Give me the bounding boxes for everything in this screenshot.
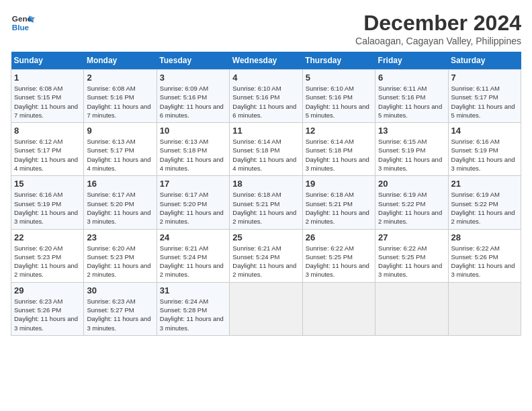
- list-item: 19 Sunrise: 6:18 AMSunset: 5:21 PMDaylig…: [302, 176, 375, 229]
- list-item: 27 Sunrise: 6:22 AMSunset: 5:25 PMDaylig…: [375, 229, 448, 282]
- list-item: 12 Sunrise: 6:14 AMSunset: 5:18 PMDaylig…: [302, 123, 375, 176]
- list-item: 16 Sunrise: 6:17 AMSunset: 5:20 PMDaylig…: [84, 176, 157, 229]
- days-header-row: Sunday Monday Tuesday Wednesday Thursday…: [11, 52, 521, 70]
- list-item: 17 Sunrise: 6:17 AMSunset: 5:20 PMDaylig…: [157, 176, 229, 229]
- header: General Blue December 2024 Calaoagan, Ca…: [11, 11, 521, 46]
- list-item: 8 Sunrise: 6:12 AMSunset: 5:17 PMDayligh…: [11, 123, 84, 176]
- empty-cell: [230, 282, 302, 335]
- list-item: 25 Sunrise: 6:21 AMSunset: 5:24 PMDaylig…: [230, 229, 302, 282]
- list-item: 23 Sunrise: 6:20 AMSunset: 5:23 PMDaylig…: [84, 229, 157, 282]
- list-item: 3 Sunrise: 6:09 AMSunset: 5:16 PMDayligh…: [157, 70, 229, 123]
- list-item: 10 Sunrise: 6:13 AMSunset: 5:18 PMDaylig…: [157, 123, 229, 176]
- list-item: 20 Sunrise: 6:19 AMSunset: 5:22 PMDaylig…: [375, 176, 448, 229]
- header-tuesday: Tuesday: [157, 52, 229, 70]
- empty-cell: [448, 282, 521, 335]
- empty-cell: [302, 282, 375, 335]
- list-item: 22 Sunrise: 6:20 AMSunset: 5:23 PMDaylig…: [11, 229, 84, 282]
- list-item: 2 Sunrise: 6:08 AMSunset: 5:16 PMDayligh…: [84, 70, 157, 123]
- list-item: 31 Sunrise: 6:24 AMSunset: 5:28 PMDaylig…: [157, 282, 229, 335]
- header-friday: Friday: [375, 52, 448, 70]
- list-item: 13 Sunrise: 6:15 AMSunset: 5:19 PMDaylig…: [375, 123, 448, 176]
- header-sunday: Sunday: [11, 52, 84, 70]
- table-row: 22 Sunrise: 6:20 AMSunset: 5:23 PMDaylig…: [11, 229, 521, 282]
- list-item: 30 Sunrise: 6:23 AMSunset: 5:27 PMDaylig…: [84, 282, 157, 335]
- list-item: 26 Sunrise: 6:22 AMSunset: 5:25 PMDaylig…: [302, 229, 375, 282]
- list-item: 1 Sunrise: 6:08 AMSunset: 5:15 PMDayligh…: [11, 70, 84, 123]
- list-item: 5 Sunrise: 6:10 AMSunset: 5:16 PMDayligh…: [302, 70, 375, 123]
- table-row: 8 Sunrise: 6:12 AMSunset: 5:17 PMDayligh…: [11, 123, 521, 176]
- empty-cell: [375, 282, 448, 335]
- list-item: 24 Sunrise: 6:21 AMSunset: 5:24 PMDaylig…: [157, 229, 229, 282]
- header-saturday: Saturday: [448, 52, 521, 70]
- list-item: 28 Sunrise: 6:22 AMSunset: 5:26 PMDaylig…: [448, 229, 521, 282]
- calendar-table: Sunday Monday Tuesday Wednesday Thursday…: [11, 52, 521, 336]
- list-item: 6 Sunrise: 6:11 AMSunset: 5:16 PMDayligh…: [375, 70, 448, 123]
- list-item: 4 Sunrise: 6:10 AMSunset: 5:16 PMDayligh…: [230, 70, 302, 123]
- location-subtitle: Calaoagan, Cagayan Valley, Philippines: [355, 36, 521, 46]
- list-item: 14 Sunrise: 6:16 AMSunset: 5:19 PMDaylig…: [448, 123, 521, 176]
- logo-icon: General Blue: [11, 11, 35, 35]
- month-title: December 2024: [355, 11, 521, 36]
- header-wednesday: Wednesday: [230, 52, 302, 70]
- logo: General Blue: [11, 11, 35, 35]
- title-area: December 2024 Calaoagan, Cagayan Valley,…: [355, 11, 521, 46]
- table-row: 15 Sunrise: 6:16 AMSunset: 5:19 PMDaylig…: [11, 176, 521, 229]
- list-item: 9 Sunrise: 6:13 AMSunset: 5:17 PMDayligh…: [84, 123, 157, 176]
- header-thursday: Thursday: [302, 52, 375, 70]
- table-row: 29 Sunrise: 6:23 AMSunset: 5:26 PMDaylig…: [11, 282, 521, 335]
- list-item: 18 Sunrise: 6:18 AMSunset: 5:21 PMDaylig…: [230, 176, 302, 229]
- list-item: 7 Sunrise: 6:11 AMSunset: 5:17 PMDayligh…: [448, 70, 521, 123]
- list-item: 11 Sunrise: 6:14 AMSunset: 5:18 PMDaylig…: [230, 123, 302, 176]
- list-item: 21 Sunrise: 6:19 AMSunset: 5:22 PMDaylig…: [448, 176, 521, 229]
- svg-text:Blue: Blue: [12, 23, 30, 32]
- header-monday: Monday: [84, 52, 157, 70]
- table-row: 1 Sunrise: 6:08 AMSunset: 5:15 PMDayligh…: [11, 70, 521, 123]
- list-item: 15 Sunrise: 6:16 AMSunset: 5:19 PMDaylig…: [11, 176, 84, 229]
- list-item: 29 Sunrise: 6:23 AMSunset: 5:26 PMDaylig…: [11, 282, 84, 335]
